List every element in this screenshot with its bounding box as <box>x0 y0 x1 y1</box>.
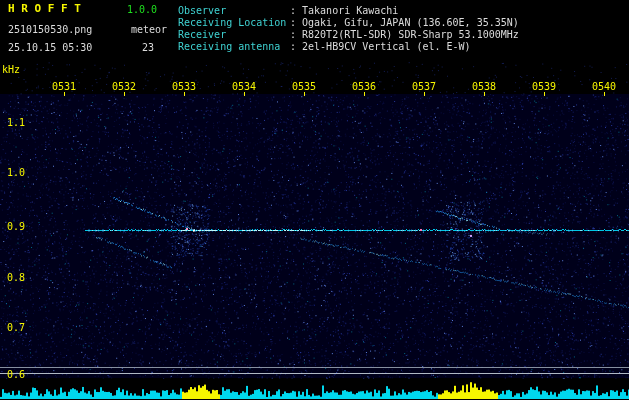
app-version: 1.0.0 <box>127 4 157 15</box>
timestamp: 25.10.15 05:30 <box>8 42 92 53</box>
info-value-receiver: : R820T2(RTL-SDR) SDR-Sharp 53.1000MHz <box>290 29 519 40</box>
info-value-location: : Ogaki, Gifu, JAPAN (136.60E, 35.35N) <box>290 17 519 28</box>
y-tick-0-8: 0.8 <box>3 272 25 283</box>
x-tick-0537: 0537 <box>411 81 437 92</box>
x-tick-0535: 0535 <box>291 81 317 92</box>
y-tick-1-0: 1.0 <box>3 167 25 178</box>
x-tick-0538: 0538 <box>471 81 497 92</box>
meteor-count: 23 <box>142 42 154 53</box>
x-tick-0534: 0534 <box>231 81 257 92</box>
hrofft-output: H R O F F T 1.0.0 2510150530.png meteor … <box>0 0 629 400</box>
info-label-observer: Observer <box>178 5 226 16</box>
info-value-antenna: : 2el-HB9CV Vertical (el. E-W) <box>290 41 471 52</box>
x-tick-0539: 0539 <box>531 81 557 92</box>
x-tick-0532: 0532 <box>111 81 137 92</box>
mode-label: meteor <box>131 24 167 35</box>
y-tick-1-1: 1.1 <box>3 117 25 128</box>
info-label-antenna: Receiving antenna <box>178 41 280 52</box>
app-title: H R O F F T <box>8 3 81 14</box>
y-tick-0-7: 0.7 <box>3 322 25 333</box>
x-tick-0540: 0540 <box>591 81 617 92</box>
x-tick-0536: 0536 <box>351 81 377 92</box>
info-value-observer: : Takanori Kawachi <box>290 5 398 16</box>
info-label-location: Receiving Location <box>178 17 286 28</box>
y-tick-0-9: 0.9 <box>3 221 25 232</box>
info-label-receiver: Receiver <box>178 29 226 40</box>
spectrogram-canvas <box>0 0 629 400</box>
y-axis-unit-label: kHz <box>2 64 20 75</box>
x-tick-0531: 0531 <box>51 81 77 92</box>
output-filename: 2510150530.png <box>8 24 92 35</box>
x-tick-0533: 0533 <box>171 81 197 92</box>
y-tick-0-6: 0.6 <box>3 369 25 380</box>
